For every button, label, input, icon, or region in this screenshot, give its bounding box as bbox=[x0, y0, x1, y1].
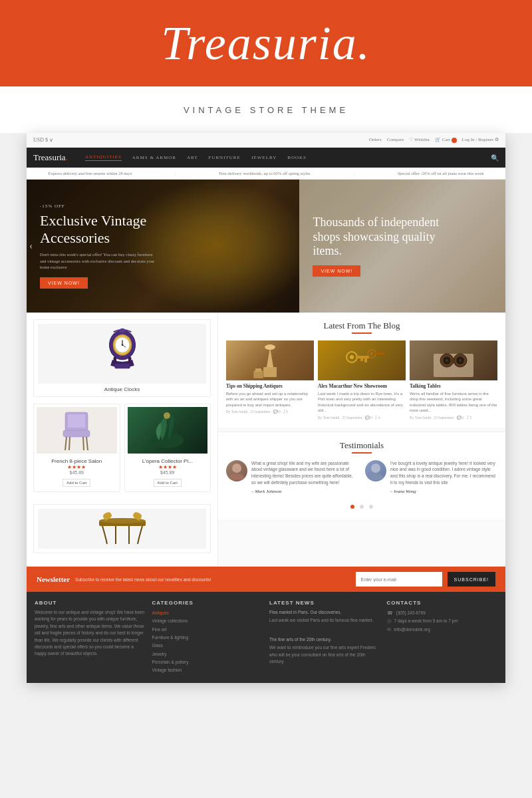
footer-about-text: Welcome to our antique and vintage shop!… bbox=[35, 609, 146, 658]
svg-rect-10 bbox=[128, 356, 130, 362]
blog-2-shares: ⤴ 4 bbox=[375, 416, 380, 420]
hero-discount: -15% OFF bbox=[40, 203, 286, 209]
nav-jewelry[interactable]: JEWELRY bbox=[251, 155, 277, 160]
svg-rect-32 bbox=[374, 352, 384, 354]
testimonial-1-text: What a great shop! Me and my wife are pa… bbox=[251, 460, 358, 486]
blog-card-2: Alex Macarthur New Showroom Last week I … bbox=[318, 340, 406, 420]
footer-contacts-title: Contacts bbox=[387, 600, 498, 606]
topbar-links: Orders Compare ♡ Wishlist 🛒 Cart Log In … bbox=[369, 137, 499, 142]
blog-1-author: By Tom Smith bbox=[226, 410, 247, 414]
blog-2-date: 23 September bbox=[342, 416, 362, 420]
footer-cat-fineart[interactable]: Fine art bbox=[152, 626, 263, 634]
featured-product-clock: Antique Clocks bbox=[33, 319, 211, 397]
french-salon-add-to-cart[interactable]: Add to Cart bbox=[63, 479, 90, 487]
newsletter-email-input[interactable] bbox=[356, 572, 442, 587]
avatar-2-svg bbox=[365, 460, 386, 481]
blog-1-desc: Before you go ahead and set up a relatio… bbox=[226, 391, 314, 408]
hero-left-title: Exclusive Vintage Accessories bbox=[40, 212, 160, 247]
svg-point-40 bbox=[446, 359, 448, 362]
testimonial-1-author: – Mark Johnson bbox=[251, 489, 358, 494]
hero-right: Thousands of independent shops showcasin… bbox=[299, 180, 505, 313]
footer-cat-glass[interactable]: Glass bbox=[152, 642, 263, 650]
svg-point-23 bbox=[265, 344, 275, 350]
footer-news-title: Latest News bbox=[269, 600, 380, 606]
footer-categories-col: Categories Antiques Vintage collections … bbox=[152, 600, 263, 675]
hero-left-desc: Don't miss this week's special offer! Yo… bbox=[40, 251, 160, 271]
header-banner: Treasuria. bbox=[0, 0, 532, 86]
footer-news-1-title: Flea market in Paris. Our discoveries. bbox=[269, 609, 380, 616]
site-logo: Treasuria. bbox=[161, 16, 370, 71]
svg-rect-28 bbox=[364, 358, 367, 362]
search-icon[interactable]: 🔍 bbox=[491, 154, 499, 162]
footer-cat-vintage[interactable]: Vintage collections bbox=[152, 617, 263, 625]
footer-news-1-text: Last week we visited Paris and its famou… bbox=[269, 617, 380, 624]
newsletter-bar: Newsletter Subscribe to receive the late… bbox=[27, 567, 505, 592]
contact-phone: ☎ (305) 245-6789 bbox=[387, 609, 498, 617]
blog-2-author: By Tom Smith bbox=[318, 416, 339, 420]
product-table bbox=[33, 504, 211, 553]
nav-arms-armor[interactable]: ARMS & ARMOR bbox=[132, 155, 176, 160]
content-row: Antique Clocks bbox=[27, 313, 505, 567]
svg-point-33 bbox=[370, 352, 373, 355]
blog-3-title: Talking Tables bbox=[410, 383, 497, 389]
currency-selector[interactable]: USD $ ∨ bbox=[33, 137, 53, 143]
dot-1[interactable] bbox=[350, 505, 354, 509]
blog-1-shares: ⤴ 6 bbox=[283, 410, 288, 414]
svg-point-30 bbox=[350, 355, 354, 359]
hero-left-cta[interactable]: VIEW NOW! bbox=[40, 277, 88, 289]
svg-line-16 bbox=[69, 437, 70, 450]
testimonial-2: I've bought a lovely antique jewelry her… bbox=[365, 460, 497, 494]
testimonial-dots bbox=[226, 499, 497, 511]
cart-link[interactable]: 🛒 Cart bbox=[435, 137, 457, 142]
blog-3-meta: By Tom Smith 23 September 💬 2 ⤴ 5 bbox=[410, 416, 497, 420]
lopera-stars: ★★★★ bbox=[130, 464, 206, 470]
compare-link[interactable]: Compare bbox=[387, 137, 404, 142]
svg-line-15 bbox=[86, 437, 88, 450]
hero-prev-arrow[interactable]: ‹ bbox=[29, 240, 33, 252]
contact-phone-text: (305) 245-6789 bbox=[396, 609, 426, 617]
blog-1-comments: 💬 0 bbox=[273, 410, 281, 414]
blog-img-3 bbox=[410, 340, 497, 380]
nav-antiquities[interactable]: ANTIQUITIES bbox=[85, 154, 122, 161]
orders-link[interactable]: Orders bbox=[369, 137, 382, 142]
svg-rect-27 bbox=[356, 356, 369, 358]
dot-3[interactable] bbox=[369, 505, 373, 509]
landscape-svg bbox=[149, 410, 186, 450]
blog-cards: Tips on Shipping Antiques Before you go … bbox=[226, 340, 497, 420]
footer-contacts-col: Contacts ☎ (305) 245-6789 ◷ 7 days a wee… bbox=[387, 600, 498, 675]
svg-rect-12 bbox=[68, 414, 85, 428]
blog-card-1: Tips on Shipping Antiques Before you go … bbox=[226, 340, 314, 420]
login-link[interactable]: Log In / Register ⚙ bbox=[462, 137, 499, 142]
hero-left: ‹ -15% OFF Exclusive Vintage Accessories… bbox=[27, 180, 299, 313]
lopera-add-to-cart[interactable]: Add to Cart bbox=[154, 479, 182, 487]
svg-point-6 bbox=[121, 344, 123, 346]
store-nav-logo: Treasuria. bbox=[33, 152, 68, 163]
preview-container: USD $ ∨ Orders Compare ♡ Wishlist 🛒 Cart… bbox=[27, 133, 505, 683]
footer-cat-jewelry[interactable]: Jewelry bbox=[152, 650, 263, 658]
nav-books[interactable]: BOOKS bbox=[287, 155, 307, 160]
footer-news-2-text: We want to reintroduce you our fine arts… bbox=[269, 644, 380, 665]
nav-furniture[interactable]: FURNITURE bbox=[208, 155, 240, 160]
testimonial-2-content: I've bought a lovely antique jewelry her… bbox=[390, 460, 497, 494]
promo-divider-1: | bbox=[175, 171, 176, 176]
testimonial-cards: What a great shop! Me and my wife are pa… bbox=[226, 460, 497, 494]
dot-2[interactable] bbox=[360, 505, 364, 509]
product-lopera: L'opera Collector Pl... ★★★★ $45.89 Add … bbox=[124, 404, 211, 499]
newsletter-title: Newsletter bbox=[37, 575, 70, 583]
blog-3-shares: ⤴ 5 bbox=[467, 416, 471, 420]
footer-cat-antiques[interactable]: Antiques bbox=[152, 609, 263, 617]
testimonial-1-content: What a great shop! Me and my wife are pa… bbox=[251, 460, 358, 494]
wishlist-link[interactable]: ♡ Wishlist bbox=[409, 137, 430, 142]
blog-2-meta: By Tom Smith 23 September 💬 0 ⤴ 4 bbox=[318, 416, 406, 420]
hero-right-cta[interactable]: VIEW NOW! bbox=[313, 265, 360, 277]
blog-img-1 bbox=[226, 340, 314, 380]
newsletter-subscribe-button[interactable]: SUBSCRIBE! bbox=[448, 572, 495, 587]
footer-about-title: About bbox=[35, 600, 146, 606]
blog-3-date: 23 September bbox=[434, 416, 454, 420]
nav-art[interactable]: ART bbox=[187, 155, 198, 160]
footer-cat-furniture[interactable]: Furniture & lighting bbox=[152, 634, 263, 642]
footer-cat-porcelain[interactable]: Porcelain & pottery bbox=[152, 658, 263, 666]
lopera-image bbox=[128, 407, 208, 454]
footer-cat-fashion[interactable]: Vintage fashion bbox=[152, 666, 263, 674]
product-french-salon: French 8-piece Salon ★★★★ $45.89 Add to … bbox=[33, 404, 120, 499]
